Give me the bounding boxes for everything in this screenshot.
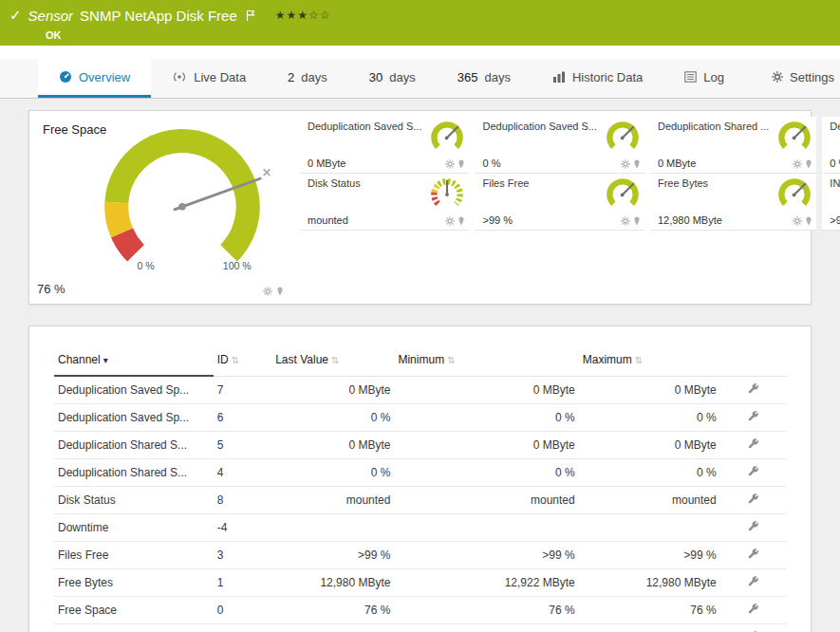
- pin-icon[interactable]: [457, 216, 465, 226]
- table-row[interactable]: Deduplication Saved Sp... 6 0 % 0 % 0 %: [54, 403, 786, 431]
- wrench-icon[interactable]: [747, 410, 759, 422]
- pin-icon[interactable]: [457, 159, 465, 169]
- cell-channel: Downtime: [54, 513, 214, 541]
- gear-icon[interactable]: [621, 216, 630, 226]
- wrench-icon[interactable]: [747, 493, 759, 505]
- tab-historic-data[interactable]: Historic Data: [532, 59, 663, 98]
- tile-files-free[interactable]: Files Free >99 %: [475, 174, 644, 231]
- cell-last-value: >99 %: [271, 623, 394, 632]
- header-spacer: [0, 46, 840, 59]
- cell-maximum: >99 %: [579, 623, 720, 632]
- gear-icon[interactable]: [445, 216, 455, 226]
- mini-gauge-icon: [775, 177, 814, 212]
- cell-id: 8: [214, 486, 272, 513]
- tab-365-days[interactable]: 365 days: [437, 59, 532, 98]
- sensor-kind-label: Sensor: [28, 8, 74, 24]
- flag-icon[interactable]: [246, 9, 255, 22]
- cell-minimum: >99 %: [394, 623, 578, 632]
- wrench-icon[interactable]: [747, 437, 759, 450]
- status-badge: OK: [46, 29, 62, 41]
- gear-icon[interactable]: [793, 159, 802, 169]
- cell-last-value: 0 MByte: [271, 376, 394, 403]
- cell-last-value: 76 %: [271, 596, 394, 623]
- table-row[interactable]: Deduplication Saved Sp... 7 0 MByte 0 MB…: [54, 376, 786, 403]
- tile-inodes-free[interactable]: INodes Free >99 %: [822, 174, 840, 231]
- col-header-maximum[interactable]: Maximum⇅: [579, 345, 720, 376]
- cell-channel: Deduplication Saved Sp...: [54, 403, 214, 431]
- tab-overview[interactable]: Overview: [38, 59, 151, 98]
- pin-icon[interactable]: [633, 159, 641, 169]
- cell-last-value: [271, 513, 394, 541]
- gear-icon[interactable]: [621, 159, 630, 169]
- tile-free-bytes[interactable]: Free Bytes 12,980 MByte: [650, 174, 816, 231]
- tile-deduplication-shared-bytes[interactable]: Deduplication Shared ... 0 MByte: [650, 117, 816, 174]
- tab-log[interactable]: Log: [663, 59, 745, 98]
- pin-icon[interactable]: [633, 216, 641, 226]
- cell-minimum: [394, 513, 578, 541]
- table-header-row: Channel▾ ID⇅ Last Value⇅ Minimum⇅ Maximu…: [54, 345, 786, 376]
- cell-channel: INodes Free: [54, 623, 214, 632]
- table-row[interactable]: Free Bytes 1 12,980 MByte 12,922 MByte 1…: [54, 568, 786, 596]
- col-header-last-value[interactable]: Last Value⇅: [271, 345, 394, 376]
- gear-icon[interactable]: [793, 216, 802, 226]
- table-row[interactable]: Disk Status 8 mounted mounted mounted: [54, 486, 786, 513]
- gear-icon: [772, 71, 783, 83]
- wrench-icon[interactable]: [747, 548, 759, 560]
- pin-icon[interactable]: [805, 216, 812, 226]
- cell-id: 1: [214, 568, 272, 596]
- mini-gauge-icon: [775, 121, 814, 155]
- priority-stars[interactable]: ★★★☆☆: [275, 9, 331, 22]
- table-row[interactable]: INodes Free 2 >99 % >99 % >99 %: [54, 623, 786, 632]
- cell-last-value: 0 %: [271, 458, 394, 486]
- cell-last-value: mounted: [271, 486, 394, 513]
- table-row[interactable]: Deduplication Shared S... 4 0 % 0 % 0 %: [54, 458, 786, 486]
- gear-icon[interactable]: [445, 159, 455, 169]
- cell-maximum: 0 MByte: [579, 431, 720, 458]
- cell-minimum: 0 %: [394, 403, 578, 431]
- cell-minimum: 0 %: [394, 458, 578, 486]
- tile-deduplication-shared-percent[interactable]: Deduplication Shared ... 0 %: [822, 117, 840, 174]
- col-header-channel[interactable]: Channel▾: [54, 345, 214, 376]
- overview-icon: [59, 70, 72, 84]
- wrench-icon[interactable]: [747, 465, 759, 477]
- channels-table: Channel▾ ID⇅ Last Value⇅ Minimum⇅ Maximu…: [54, 345, 786, 632]
- table-row[interactable]: Deduplication Shared S... 5 0 MByte 0 MB…: [54, 431, 786, 458]
- cell-last-value: >99 %: [271, 541, 394, 568]
- gauge-settings-gear-icon[interactable]: [263, 287, 272, 296]
- cell-minimum: 0 MByte: [394, 431, 578, 458]
- log-icon: [684, 71, 697, 83]
- cell-id: 5: [214, 431, 272, 458]
- pin-icon[interactable]: [805, 159, 812, 169]
- live-data-icon: [172, 71, 187, 83]
- tile-disk-status[interactable]: Disk Status mounted: [300, 174, 469, 231]
- wrench-icon[interactable]: [747, 520, 759, 532]
- cell-channel: Free Space: [54, 596, 214, 623]
- tab-settings[interactable]: Settings: [751, 59, 840, 98]
- cell-last-value: 12,980 MByte: [271, 568, 394, 596]
- tile-deduplication-saved-percent[interactable]: Deduplication Saved S... 0 %: [475, 117, 644, 174]
- table-row[interactable]: Files Free 3 >99 % >99 % >99 %: [54, 541, 786, 568]
- free-space-gauge[interactable]: Free Space 0 % 100 % 76 %: [35, 117, 301, 298]
- tab-30-days[interactable]: 30 days: [348, 59, 437, 98]
- tab-live-data[interactable]: Live Data: [151, 59, 267, 98]
- col-header-id[interactable]: ID⇅: [214, 345, 272, 376]
- table-row[interactable]: Free Space 0 76 % 76 % 76 %: [54, 596, 786, 623]
- cell-id: 2: [214, 623, 272, 632]
- gauge-pin-icon[interactable]: [276, 287, 284, 296]
- col-header-actions: [720, 345, 786, 376]
- cell-maximum: 12,980 MByte: [579, 568, 720, 596]
- wrench-icon[interactable]: [747, 603, 759, 615]
- cell-channel: Deduplication Shared S...: [54, 458, 214, 486]
- wrench-icon[interactable]: [747, 382, 759, 395]
- cell-minimum: 12,922 MByte: [394, 568, 578, 596]
- table-row[interactable]: Downtime -4: [54, 513, 786, 541]
- historic-data-icon: [552, 71, 566, 83]
- page-title: SNMP NetApp Disk Free: [80, 8, 237, 24]
- cell-id: 7: [214, 376, 272, 403]
- tile-deduplication-saved-bytes[interactable]: Deduplication Saved S... 0 MByte: [300, 117, 469, 174]
- cell-channel: Deduplication Shared S...: [54, 431, 214, 458]
- cell-id: 4: [214, 458, 272, 486]
- wrench-icon[interactable]: [747, 575, 759, 587]
- col-header-minimum[interactable]: Minimum⇅: [394, 345, 578, 376]
- tab-2-days[interactable]: 2 days: [267, 59, 348, 98]
